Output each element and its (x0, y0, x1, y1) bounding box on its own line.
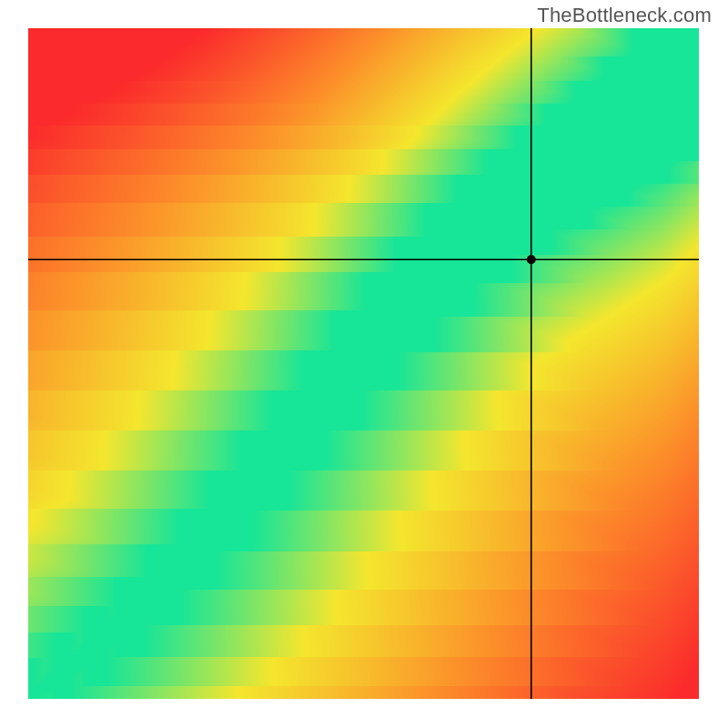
watermark-text: TheBottleneck.com (537, 4, 712, 27)
chart-container: TheBottleneck.com (0, 0, 728, 728)
heatmap-canvas (0, 0, 728, 728)
